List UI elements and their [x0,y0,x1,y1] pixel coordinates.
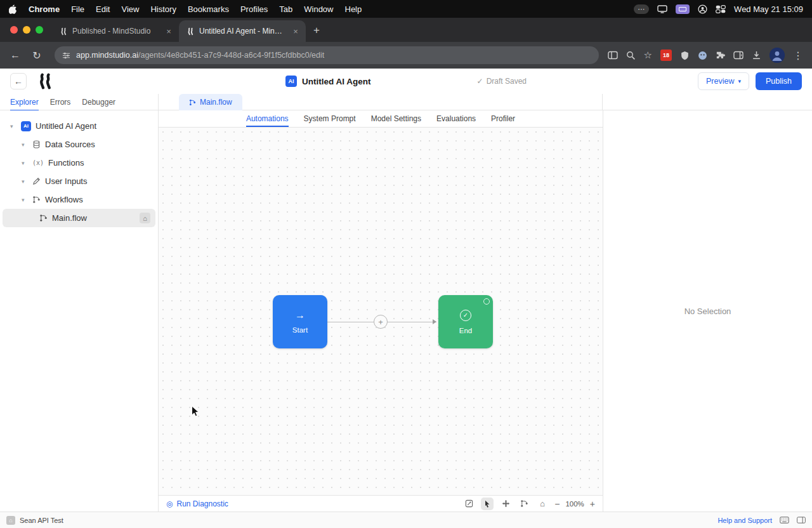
close-tab-icon[interactable]: × [291,26,301,36]
auto-layout-icon[interactable] [518,498,530,510]
user-status-icon[interactable] [698,4,707,14]
chevron-down-icon[interactable]: ▾ [10,123,16,129]
tree-item-data-sources[interactable]: ▾ Data Sources [0,135,158,154]
start-node[interactable]: → Start [273,295,327,348]
keyboard-shortcuts-icon[interactable] [780,517,789,524]
help-and-support-link[interactable]: Help and Support [717,517,772,524]
tab-model-settings[interactable]: Model Settings [371,110,421,127]
site-settings-icon[interactable] [62,51,70,60]
close-tab-icon[interactable]: × [164,26,174,36]
extensions-puzzle-icon[interactable] [716,51,725,60]
mindstudio-logo[interactable] [36,73,55,89]
layout-panels-icon[interactable] [797,517,806,524]
tree-item-main-flow[interactable]: Main.flow ⌂ [3,209,155,227]
preview-label: Preview [706,77,734,86]
new-tab-button[interactable]: + [313,24,320,37]
bookmark-star-icon[interactable]: ☆ [644,50,652,61]
agent-title[interactable]: Untitled AI Agent [302,77,371,86]
calendar-extension-icon[interactable]: 18 [660,50,672,61]
menubar-item-file[interactable]: File [71,4,84,14]
zoom-in-button[interactable]: + [590,499,595,509]
browser-menu-kebab-icon[interactable]: ⋮ [793,50,803,62]
window-zoom-button[interactable] [36,26,43,34]
app-back-button[interactable]: ← [10,73,27,89]
tab-errors[interactable]: Errors [50,94,71,110]
window-controls [5,18,52,42]
menubar-item-edit[interactable]: Edit [96,4,110,14]
pan-tool-icon[interactable] [499,498,512,510]
tree-item-functions[interactable]: ▾ (x) Functions [0,154,158,172]
back-button[interactable]: ← [6,46,24,64]
tab-debugger[interactable]: Debugger [82,94,115,110]
tree-item-label: Functions [48,158,84,168]
adblock-extension-icon[interactable] [680,51,690,60]
browser-tab-untitled-agent[interactable]: Untitled AI Agent - MindStud... × [179,20,306,42]
zoom-level[interactable]: 100% [565,500,584,508]
workspace-icon[interactable]: ⌂ [6,516,15,525]
editor-tabs: Automations System Prompt Model Settings… [159,110,603,128]
address-bar[interactable]: app.mindstudio.ai/agents/4e8cb451-a7c9-4… [55,46,599,64]
database-icon [32,140,41,148]
flow-icon [189,99,196,106]
tab-system-prompt[interactable]: System Prompt [304,110,356,127]
menubar-more-icon[interactable]: ⋯ [634,4,649,14]
downloads-icon[interactable] [752,51,761,60]
tab-evaluations[interactable]: Evaluations [436,110,476,127]
url-path: /agents/4e8cb451-a7c9-448d-a6c4-9f1f5cfd… [138,51,324,60]
notes-icon[interactable] [462,498,475,510]
menubar-app-name[interactable]: Chrome [29,4,60,14]
chevron-down-icon[interactable]: ▾ [22,197,28,203]
tree-item-label: Workflows [45,195,83,204]
window-minimize-button[interactable] [23,26,30,34]
tab-main-flow[interactable]: Main.flow [179,94,242,110]
tab-automations[interactable]: Automations [246,110,289,127]
menubar-item-view[interactable]: View [121,4,139,14]
chevron-down-icon[interactable]: ▾ [22,160,28,166]
end-node[interactable]: ✓ End [438,295,493,348]
screen-share-icon[interactable] [676,4,690,14]
workspace-name[interactable]: Sean API Test [20,517,63,524]
control-center-icon[interactable] [716,5,726,13]
flow-canvas[interactable]: → Start + ✓ End [159,128,603,495]
extension-b-icon[interactable] [698,51,707,60]
add-step-button[interactable]: + [374,315,388,329]
zoom-icon[interactable] [626,51,636,60]
menubar-item-profiles[interactable]: Profiles [240,4,268,14]
functions-icon: (x) [32,159,44,166]
menubar-item-help[interactable]: Help [345,4,362,14]
home-view-icon[interactable]: ⌂ [536,498,549,510]
tree-item-user-inputs[interactable]: ▾ User Inputs [0,172,158,190]
select-cursor-tool[interactable] [481,498,494,510]
browser-tab-published[interactable]: Published - MindStudio × [52,20,179,42]
publish-button[interactable]: Publish [756,72,802,90]
side-panel-icon[interactable] [733,51,743,60]
display-icon[interactable] [657,5,667,13]
chevron-down-icon[interactable]: ▾ [22,142,28,148]
explorer-sidebar: ▾ AI Untitled AI Agent ▾ Data Sources ▾ … [0,110,159,512]
zoom-out-button[interactable]: − [554,499,560,509]
tab-explorer[interactable]: Explorer [10,94,39,110]
preview-button[interactable]: Preview ▾ [698,72,749,90]
menubar-item-bookmarks[interactable]: Bookmarks [188,4,229,14]
header-center: AI Untitled AI Agent ✓ Draft Saved [285,76,527,87]
home-icon: ⌂ [140,213,150,223]
menubar-item-history[interactable]: History [150,4,176,14]
no-selection-text: No Selection [684,307,731,316]
mindstudio-favicon [187,27,195,36]
tree-item-workflows[interactable]: ▾ Workflows [0,190,158,209]
menubar-clock[interactable]: Wed May 21 15:09 [734,4,803,14]
tab-profiler[interactable]: Profiler [491,110,515,127]
tab-title: Untitled AI Agent - MindStud... [199,27,286,36]
tree-root-untitled-agent[interactable]: ▾ AI Untitled AI Agent [0,117,158,135]
menubar-item-window[interactable]: Window [304,4,333,14]
apple-icon[interactable] [9,4,17,14]
reload-button[interactable]: ↻ [28,46,46,64]
chevron-down-icon[interactable]: ▾ [22,178,28,185]
run-diagnostic-button[interactable]: ◎ Run Diagnostic [166,499,228,508]
check-icon: ✓ [477,77,483,86]
menubar-item-tab[interactable]: Tab [279,4,292,14]
window-close-button[interactable] [10,26,18,34]
profile-avatar[interactable] [769,48,785,63]
end-node-label: End [459,327,472,334]
tab-organizer-icon[interactable] [608,51,618,60]
